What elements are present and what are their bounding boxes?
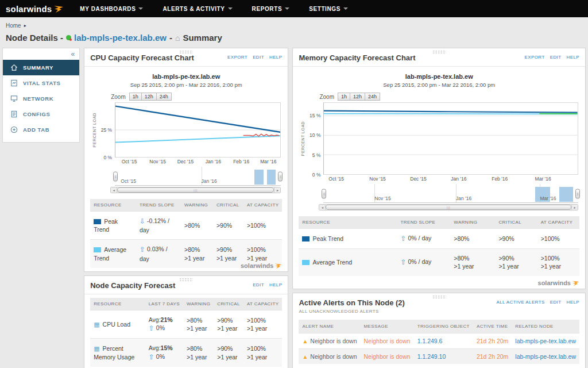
triggering-object-link[interactable]: 1.1.249.6 <box>414 334 473 349</box>
col-header: AT CAPACITY <box>243 199 283 212</box>
scroll-left-arrow-icon[interactable]: ◂ <box>111 187 117 193</box>
edit-link[interactable]: EDIT <box>550 55 562 60</box>
widget-drag-handle[interactable] <box>432 295 446 299</box>
edit-link[interactable]: EDIT <box>550 300 562 305</box>
capacity-threshold: >100% <box>541 235 560 242</box>
chart-date-range: Sep 25 2015, 2:00 pm - Mar 22 2016, 2:00… <box>90 82 282 88</box>
alert-name-link[interactable]: Neighbor is down <box>310 338 357 344</box>
series-peak-trend <box>115 106 280 132</box>
critical-threshold: >90% <box>216 222 232 229</box>
col-header: CRITICAL <box>213 199 243 212</box>
chart-scrollbar[interactable]: ◂ ||| ▸ <box>110 187 281 193</box>
help-link[interactable]: HELP <box>269 55 283 60</box>
chart-scrollbar[interactable]: ◂ ||| ▸ <box>319 204 578 210</box>
trend-arrow-icon: ⇧ <box>149 353 154 361</box>
related-node-link[interactable]: lab-mpls-pe-tex.lab.ew <box>512 349 579 365</box>
export-link[interactable]: EXPORT <box>525 55 545 60</box>
trend-arrow-icon: ⇧ <box>400 258 406 266</box>
memory-resource-icon: ▦ <box>94 345 99 352</box>
zoom-12h-button[interactable]: 12h <box>350 93 365 101</box>
sidebar-item-configs[interactable]: CONFIGS <box>3 106 79 122</box>
menu-my-dashboards[interactable]: MY DASHBOARDS <box>80 6 143 12</box>
critical-threshold: >90% <box>216 246 232 253</box>
x-tick-label: Mar '16 <box>535 176 551 182</box>
brand-swirl-icon <box>53 5 64 13</box>
navigator-right-handle[interactable]: || <box>278 171 283 181</box>
avg-label: Avg: <box>149 344 161 351</box>
chart-node-title: lab-mpls-pe-tex.lab.ew <box>299 73 579 80</box>
menu-label: ALERTS & ACTIVITY <box>163 6 225 12</box>
sidebar-item-add-tab[interactable]: ADD TAB <box>3 122 79 137</box>
navigator-left-handle[interactable]: || <box>322 189 326 198</box>
export-link[interactable]: EXPORT <box>227 55 247 60</box>
y-tick-label: 15 % <box>310 113 320 118</box>
help-link[interactable]: HELP <box>567 55 580 60</box>
warning-eta: >1 year <box>184 255 204 262</box>
menu-settings[interactable]: SETTINGS <box>309 6 348 12</box>
scroll-left-arrow-icon[interactable]: ◂ <box>319 205 326 210</box>
related-node-link[interactable]: lab-mpls-pe-tex.lab.ew <box>512 334 579 349</box>
alert-name-link[interactable]: Neighbor is down <box>310 353 357 360</box>
help-link[interactable]: HELP <box>269 282 283 288</box>
sidebar-item-label: CONFIGS <box>23 111 50 117</box>
breadcrumb-home-link[interactable]: Home <box>6 22 21 29</box>
chevron-down-icon <box>138 7 143 10</box>
sidebar-item-label: SUMMARY <box>23 64 53 71</box>
series-swatch <box>94 247 101 252</box>
capacity-threshold: >100% <box>247 222 266 229</box>
sidebar-item-summary[interactable]: SUMMARY <box>3 60 79 75</box>
sidebar-item-label: VITAL STATS <box>23 80 61 86</box>
breadcrumb-arrow-icon: ▸ <box>24 23 26 28</box>
zoom-1h-button[interactable]: 1h <box>338 93 350 101</box>
zoom-12h-button[interactable]: 12h <box>141 93 157 101</box>
col-header: WARNING <box>181 199 213 212</box>
zoom-24h-button[interactable]: 24h <box>365 93 380 101</box>
widget-drag-handle[interactable] <box>432 50 446 54</box>
navigator-right-handle[interactable]: || <box>575 189 580 198</box>
help-link[interactable]: HELP <box>567 300 580 305</box>
widget-drag-handle[interactable] <box>179 50 193 54</box>
x-tick-label: Jan '16 <box>451 176 466 182</box>
scrollbar-thumb[interactable]: ||| <box>117 187 274 193</box>
chart-node-title: lab-mpls-pe-tex.lab.ew <box>90 73 282 80</box>
summary-home-icon: ⌂ <box>175 33 180 43</box>
sidebar-item-vital-stats[interactable]: VITAL STATS <box>3 75 79 91</box>
edit-link[interactable]: EDIT <box>253 55 264 60</box>
scroll-right-arrow-icon[interactable]: ▸ <box>274 187 280 193</box>
zoom-24h-button[interactable]: 24h <box>156 93 172 101</box>
critical-eta: >1 year <box>217 325 237 332</box>
menu-label: REPORTS <box>252 6 283 12</box>
scrollbar-thumb[interactable]: ||| <box>326 205 571 210</box>
menu-label: SETTINGS <box>309 6 341 12</box>
trend-arrow-icon: ⇧ <box>400 235 406 243</box>
triggering-object-link[interactable]: 1.1.249.10 <box>414 349 473 365</box>
sidebar-collapse-button[interactable]: « <box>3 48 79 60</box>
node-name-link[interactable]: lab-mpls-pe-tex.lab.ew <box>74 33 167 43</box>
critical-threshold: >90% <box>217 317 233 324</box>
cpu-chart: lab-mpls-pe-tex.lab.ew Sep 25 2015, 2:00… <box>84 67 288 195</box>
scroll-right-arrow-icon[interactable]: ▸ <box>571 205 578 210</box>
widget-brand-footer: solarwinds <box>241 262 282 269</box>
avg-value: 15% <box>161 344 173 351</box>
col-header: RELATED NODE <box>512 320 579 334</box>
menu-alerts-activity[interactable]: ALERTS & ACTIVITY <box>163 6 232 12</box>
chart-date-range: Sep 25 2015, 2:00 pm - Mar 22 2016, 2:00… <box>299 82 579 88</box>
navigator-preview-bar <box>254 170 264 185</box>
x-tick-label: Nov '15 <box>149 159 166 164</box>
zoom-1h-button[interactable]: 1h <box>129 93 142 101</box>
menu-reports[interactable]: REPORTS <box>252 6 290 12</box>
widget-drag-handle[interactable] <box>179 278 193 282</box>
zoom-label: Zoom <box>319 94 334 100</box>
navigator-left-handle[interactable]: || <box>113 171 118 181</box>
zoom-controls: Zoom 1h 12h 24h <box>319 93 579 101</box>
sidebar-item-network[interactable]: NETWORK <box>3 91 79 106</box>
col-header: RESOURCE <box>299 216 397 229</box>
navigator-preview-bar <box>267 170 276 185</box>
navigator: Oct '15Jan '16 <box>115 167 281 186</box>
edit-link[interactable]: EDIT <box>253 282 264 288</box>
breadcrumb: Home ▸ <box>0 17 588 31</box>
memory-capacity-forecast-widget: Memory Capacity Forecast Chart EXPORT ED… <box>292 48 586 289</box>
solarwinds-logo[interactable]: solarwinds <box>6 4 64 14</box>
x-tick-label: Dec '15 <box>410 176 427 182</box>
all-active-alerts-link[interactable]: ALL ACTIVE ALERTS <box>497 300 545 305</box>
